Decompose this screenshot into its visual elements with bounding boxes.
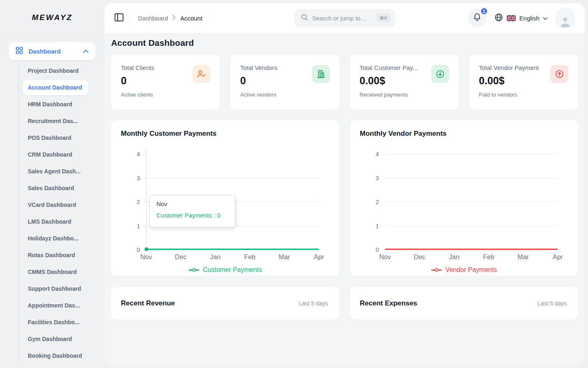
plot-area: Nov Customer Payments : 0 <box>146 149 319 249</box>
sidebar-item-lms-dashboard[interactable]: LMS Dashboard <box>28 213 105 230</box>
breadcrumb: Dashboard Account <box>138 14 203 22</box>
gridline <box>385 226 558 226</box>
sidebar-subnav: Project Dashboard Account Dashboard HRM … <box>0 62 105 364</box>
page-title: Account Dashboard <box>111 38 578 48</box>
stat-subtitle: Received payments <box>360 92 449 98</box>
x-axis-labels: Nov Dec Jan Feb Mar Apr <box>146 254 319 263</box>
sidebar-item-crm-dashboard[interactable]: CRM Dashboard <box>28 146 105 163</box>
panel-title: Recent Expenses <box>360 299 417 307</box>
legend-vendor-payments[interactable]: Vendor Payments <box>360 266 568 274</box>
charts-grid: Monthly Customer Payments 4 3 2 1 0 <box>111 120 578 276</box>
panel-title: Recent Revenue <box>121 299 175 307</box>
gridline <box>385 154 558 154</box>
grid-icon <box>16 47 23 56</box>
y-tick: 2 <box>137 198 140 205</box>
stat-title: Total Clients <box>121 64 194 71</box>
axis-tick <box>143 178 146 178</box>
stat-title: Total Vendor Payment <box>479 64 552 71</box>
search-input[interactable] <box>312 15 372 22</box>
x-tick: Feb <box>483 254 494 261</box>
sidebar-item-sales-agent-dashboard[interactable]: Sales Agent Dash... <box>28 163 105 180</box>
globe-icon <box>494 13 503 23</box>
sidebar-item-pos-dashboard[interactable]: POS Dashboard <box>28 129 105 146</box>
tooltip-title: Nov <box>156 200 228 207</box>
sidebar-item-booking-dashboard[interactable]: Booking Dashboard <box>28 347 105 364</box>
arrow-up-circle-icon <box>550 65 568 83</box>
stat-title: Total Vendors <box>240 64 314 71</box>
sidebar-item-project-dashboard[interactable]: Project Dashboard <box>28 62 105 79</box>
topbar: Dashboard Account ⌘K <box>105 3 585 33</box>
gridline <box>385 202 558 202</box>
legend-marker-icon <box>189 269 199 271</box>
chevron-up-icon <box>83 49 89 53</box>
chart-tooltip: Nov Customer Payments : 0 <box>149 195 235 227</box>
chart-title: Monthly Customer Payments <box>121 130 330 138</box>
chart-card-customer-payments: Monthly Customer Payments 4 3 2 1 0 <box>111 120 339 276</box>
x-tick: Mar <box>279 254 290 261</box>
legend-customer-payments[interactable]: Customer Payments <box>121 266 330 274</box>
content-area: Account Dashboard Total Clients 0 Active… <box>105 33 585 365</box>
search-shortcut-badge: ⌘K <box>376 13 391 23</box>
notifications-button[interactable]: 1 <box>468 9 487 27</box>
stat-subtitle: Active vendors <box>240 92 330 98</box>
stat-card-total-vendors: Total Vendors 0 Active vend <box>230 55 339 110</box>
sidebar-item-appointment-dashboard[interactable]: Appointment Das... <box>28 297 105 314</box>
search-box[interactable]: ⌘K <box>294 9 395 27</box>
user-avatar[interactable] <box>555 8 575 28</box>
y-tick: 4 <box>137 150 140 157</box>
sidebar-item-cmms-dashboard[interactable]: CMMS Dashboard <box>28 263 105 280</box>
y-axis-labels: 4 3 2 1 0 <box>360 149 385 249</box>
legend-marker-icon <box>431 269 442 271</box>
y-tick: 3 <box>376 174 379 181</box>
x-tick: Jan <box>449 254 459 261</box>
panel-range: Last 5 days <box>537 300 567 307</box>
sidebar-item-vcard-dashboard[interactable]: VCard Dashboard <box>28 196 105 213</box>
stats-grid: Total Clients 0 Active clients Total Ven… <box>111 55 578 110</box>
x-tick: Nov <box>379 254 391 261</box>
sidebar-item-recruitment-dashboard[interactable]: Recruitment Das... <box>28 112 105 129</box>
legend-label: Vendor Payments <box>445 266 497 274</box>
sidebar-item-facilities-dashboard[interactable]: Facilities Dashbo... <box>28 314 105 330</box>
hovered-point-marker <box>145 247 148 251</box>
customer-payments-chart: 4 3 2 1 0 <box>121 149 330 249</box>
breadcrumb-dashboard[interactable]: Dashboard <box>138 15 168 22</box>
chart-card-vendor-payments: Monthly Vendor Payments 4 3 2 1 0 <box>350 120 578 276</box>
bell-icon <box>473 13 481 24</box>
search-icon <box>301 13 308 22</box>
x-tick: Feb <box>244 254 256 261</box>
sidebar-item-holidayz-dashboard[interactable]: Holidayz Dashbo... <box>28 230 105 247</box>
sidebar-item-sales-dashboard[interactable]: Sales Dashboard <box>28 180 105 196</box>
sidebar-item-hrm-dashboard[interactable]: HRM Dashboard <box>28 96 105 112</box>
y-tick: 1 <box>376 222 379 229</box>
y-axis-labels: 4 3 2 1 0 <box>121 149 146 249</box>
x-tick: Dec <box>175 254 186 261</box>
sidebar-toggle-button[interactable] <box>114 13 124 23</box>
uk-flag-icon <box>507 15 516 21</box>
sidebar-item-gym-dashboard[interactable]: Gym Dashboard <box>28 330 105 347</box>
y-tick: 4 <box>376 150 379 157</box>
logo-area: MEWAYZ <box>2 0 102 35</box>
y-tick: 3 <box>137 174 140 181</box>
sidebar-item-account-dashboard[interactable]: Account Dashboard <box>23 80 89 95</box>
sidebar-item-support-dashboard[interactable]: Support Dashboard <box>28 280 105 297</box>
main-panel: Dashboard Account ⌘K <box>105 3 585 365</box>
x-tick: Apr <box>314 254 324 261</box>
stat-card-total-customer-payment: Total Customer Pay... 0.00$ Received pay… <box>350 55 459 110</box>
sidebar-toggle-icon <box>114 13 124 23</box>
y-tick: 0 <box>376 246 379 253</box>
notification-badge: 1 <box>480 7 488 15</box>
language-selector[interactable]: English <box>494 13 548 23</box>
bottom-panels: Recent Revenue Last 5 days Recent Expens… <box>111 287 578 320</box>
user-check-icon <box>192 65 210 83</box>
x-axis-labels: Nov Dec Jan Feb Mar Apr <box>385 254 558 263</box>
topbar-right: 1 <box>468 8 575 28</box>
panel-range: Last 5 days <box>298 300 328 307</box>
legend-label: Customer Payments <box>203 266 262 274</box>
sidebar-item-rotas-dashboard[interactable]: Rotas Dashboard <box>28 247 105 263</box>
stat-card-total-clients: Total Clients 0 Active clients <box>111 55 220 110</box>
topbar-divider <box>130 13 130 23</box>
vendor-payments-chart: 4 3 2 1 0 <box>360 149 568 249</box>
sidebar-section-dashboard[interactable]: Dashboard <box>9 42 96 60</box>
sidebar: MEWAYZ Dashboard Project Dashboard Accou… <box>0 0 105 368</box>
tooltip-value: Customer Payments : 0 <box>156 212 228 219</box>
